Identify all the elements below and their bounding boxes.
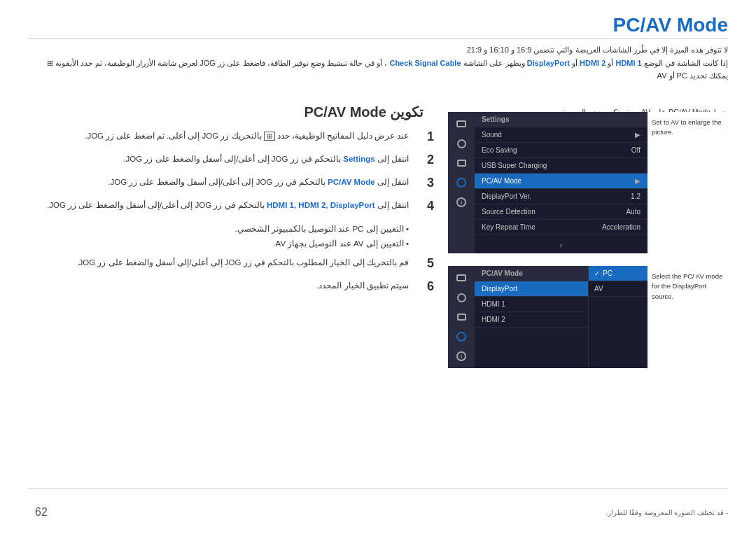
step-5: 5 قم بالتحريك إلى الخيار المطلوب بالتحكم…: [28, 256, 434, 271]
bottom-divider: [28, 488, 728, 489]
icon-color: [455, 157, 468, 169]
sub-bullets: التعيين إلى PC عند التوصيل بالكمبيوتر ال…: [28, 222, 409, 251]
menu-header-pcav: PC/AV Mode: [475, 266, 588, 281]
menu-header-settings: Settings: [475, 112, 648, 127]
menu-item-displayport: DisplayPort: [475, 281, 588, 297]
menu-item-hdmi1: HDMI 1: [475, 297, 588, 312]
monitors-area: i Settings Sound ▶ Eco Saving Off USB Su…: [448, 112, 728, 381]
top-notes: لا تتوفر هذه الميزة إلا في طُرز الشاشات …: [28, 43, 728, 83]
note2: إذا كانت الشاشة في الوضع HDMI 1 أو HDMI …: [28, 57, 728, 83]
submenu-panel: ✓ PC AV: [588, 266, 648, 368]
bottom-note: - قد تختلف الصورة المعروضة وفقًا للطراز.: [606, 509, 728, 517]
icon-settings-2: [455, 330, 468, 343]
page-number: 62: [35, 506, 48, 519]
menu-item-usb: USB Super Charging: [475, 158, 648, 174]
icon-info: i: [455, 196, 468, 209]
monitor-2-menu: PC/AV Mode DisplayPort HDMI 1 HDMI 2: [475, 266, 588, 368]
monitor-1-menu: Settings Sound ▶ Eco Saving Off USB Supe…: [475, 112, 648, 253]
note1: لا تتوفر هذه الميزة إلا في طُرز الشاشات …: [28, 43, 728, 57]
menu-item-sound: Sound ▶: [475, 127, 648, 143]
monitor-1: i Settings Sound ▶ Eco Saving Off USB Su…: [448, 112, 728, 253]
monitor-1-screen: i Settings Sound ▶ Eco Saving Off USB Su…: [448, 112, 648, 253]
icon-info-2: i: [455, 350, 468, 363]
icon-display: [455, 118, 468, 130]
menu-item-hdmi2: HDMI 2: [475, 312, 588, 328]
step-3: 3 انتقل إلى PC/AV Mode بالتحكم في زر JOG…: [28, 176, 434, 190]
menu-item-dpver: DisplayPort Ver. 1.2: [475, 189, 648, 204]
step-1: 1 عند عرض دليل المفاتيح الوظيفية، حدد ⊞ …: [28, 129, 434, 144]
monitor-2-sidebar: i: [448, 266, 475, 368]
monitor-1-sidebar: i: [448, 112, 475, 253]
submenu-item-av: AV: [589, 281, 648, 297]
icon-brightness-2: [455, 291, 468, 304]
icon-brightness: [455, 137, 468, 150]
icon-color-2: [455, 311, 468, 323]
icon-display-2: [455, 272, 468, 284]
monitor-2-screen: i PC/AV Mode DisplayPort HDMI 1 HDMI 2: [448, 266, 648, 368]
menu-item-ecosaving: Eco Saving Off: [475, 143, 648, 158]
step-2: 2 انتقل إلى Settings بالتحكم في زر JOG إ…: [28, 153, 434, 167]
menu-item-keyrepeat: Key Repeat Time Acceleration: [475, 220, 648, 235]
menu-item-source: Source Detection Auto: [475, 204, 648, 220]
menu-item-pcav: PC/AV Mode ▶: [475, 174, 648, 189]
step-6: 6 سيتم تطبيق الخيار المحدد.: [28, 279, 434, 294]
page-title: PC/AV Mode: [613, 14, 728, 36]
icon-settings-active: [455, 176, 468, 189]
submenu-item-pc: ✓ PC: [589, 266, 648, 281]
monitor-1-desc: Set to AV to enlarge the picture.: [648, 112, 728, 253]
top-divider: [28, 38, 728, 39]
steps-area: 1 عند عرض دليل المفاتيح الوظيفية، حدد ⊞ …: [28, 129, 434, 302]
monitor-2: i PC/AV Mode DisplayPort HDMI 1 HDMI 2: [448, 266, 728, 368]
step-4: 4 انتقل إلى HDMI 1, HDMI 2, DisplayPort …: [28, 199, 434, 213]
monitor-2-desc: Select the PC/ AV mode for the DisplayPo…: [648, 266, 728, 368]
